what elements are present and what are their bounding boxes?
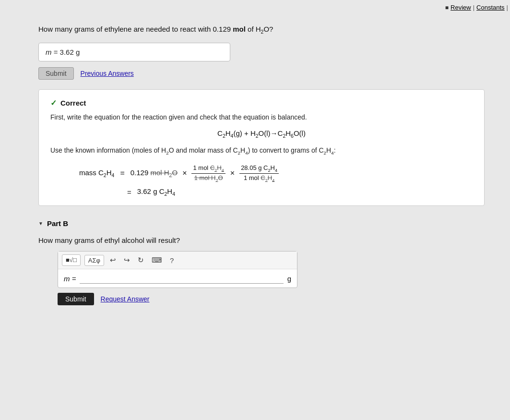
previous-answers-link[interactable]: Previous Answers [81, 70, 134, 77]
part-a-submit-button[interactable]: Submit [38, 67, 74, 80]
part-b-question-text: How many grams of ethyl alcohol will res… [38, 236, 491, 244]
frac2-numer: 28.05 g C2H4 [239, 164, 279, 174]
result-equals: = [127, 188, 131, 196]
triangle-icon: ▼ [38, 221, 43, 226]
part-a-question: How many grams of ethylene are needed to… [38, 24, 491, 36]
calculation-area: mass C2H4 = 0.129 mol H2O × 1 mol C2H4 1… [50, 164, 473, 197]
undo-btn[interactable]: ↩ [108, 255, 118, 265]
calc-times-2: × [230, 169, 235, 178]
part-b-header: ▼ Part B [38, 219, 491, 228]
refresh-btn[interactable]: ↻ [136, 255, 146, 265]
math-toolbar: ■√□ ΑΣφ ↩ ↪ ↻ ⌨ ? [58, 252, 297, 269]
checkmark-icon: ✓ [50, 98, 57, 108]
fraction-1: 1 mol C2H4 1 mol H2O [191, 164, 225, 182]
math-symbols-btn[interactable]: ΑΣφ [84, 255, 104, 266]
equation-display: C2H4(g) + H2O(l)→C2H6O(l) [50, 129, 473, 139]
math-answer-input[interactable] [80, 273, 283, 284]
correct-header: ✓ Correct [50, 98, 473, 108]
answer-display-box: m = 3.62 g [38, 43, 230, 61]
request-answer-link[interactable]: Request Answer [101, 295, 150, 303]
result-value: 3.62 g C2H4 [137, 187, 175, 197]
frac1-numer: 1 mol C2H4 [191, 164, 225, 174]
answer-value: m = 3.62 g [46, 48, 80, 56]
pause-icon: ■ [445, 4, 449, 11]
correct-intro-text: First, write the equation for the reacti… [50, 112, 473, 122]
part-b-submit-button[interactable]: Submit [58, 293, 94, 305]
block-symbol: ■ [66, 256, 70, 264]
calc-mol-value: 0.129 mol H2O [130, 168, 178, 178]
sqrt-symbol: √□ [70, 256, 77, 264]
correct-feedback-box: ✓ Correct First, write the equation for … [38, 89, 485, 206]
correct-label: Correct [60, 99, 86, 107]
block-icon-btn[interactable]: ■√□ [62, 254, 81, 266]
constants-link[interactable]: Constants [476, 4, 505, 11]
frac1-denom: 1 mol H2O [193, 174, 225, 183]
calc-equals-1: = [120, 169, 124, 178]
help-btn[interactable]: ? [168, 255, 176, 265]
top-bar: ■ Review | Constants | [445, 4, 510, 11]
calc-mass-label: mass C2H4 [79, 168, 114, 178]
separator-1: | [473, 4, 474, 11]
math-symbol: ΑΣφ [88, 257, 100, 264]
part-b-buttons: Submit Request Answer [58, 293, 491, 305]
redo-btn[interactable]: ↪ [122, 255, 132, 265]
review-link[interactable]: Review [451, 4, 471, 11]
separator-2: | [507, 4, 508, 11]
fraction-2: 28.05 g C2H4 1 mol C2H4 [239, 164, 279, 182]
calc-line-1: mass C2H4 = 0.129 mol H2O × 1 mol C2H4 1… [79, 164, 473, 182]
math-unit-label: g [287, 275, 291, 283]
known-info-text: Use the known information (moles of H2O … [50, 145, 473, 156]
page-container: ■ Review | Constants | How many grams of… [0, 0, 510, 420]
keyboard-btn[interactable]: ⌨ [150, 255, 164, 265]
part-a-button-row: Submit Previous Answers [38, 67, 491, 80]
calc-times-1: × [182, 169, 187, 178]
part-b-label: Part B [47, 219, 68, 228]
part-b-section: ▼ Part B How many grams of ethyl alcohol… [38, 219, 491, 305]
result-line: = 3.62 g C2H4 [79, 187, 473, 197]
math-input-label: m = [64, 275, 76, 283]
math-editor-box: ■√□ ΑΣφ ↩ ↪ ↻ ⌨ ? m = g [58, 251, 297, 288]
math-input-row: m = g [58, 269, 297, 288]
frac2-denom: 1 mol C2H4 [242, 174, 276, 183]
